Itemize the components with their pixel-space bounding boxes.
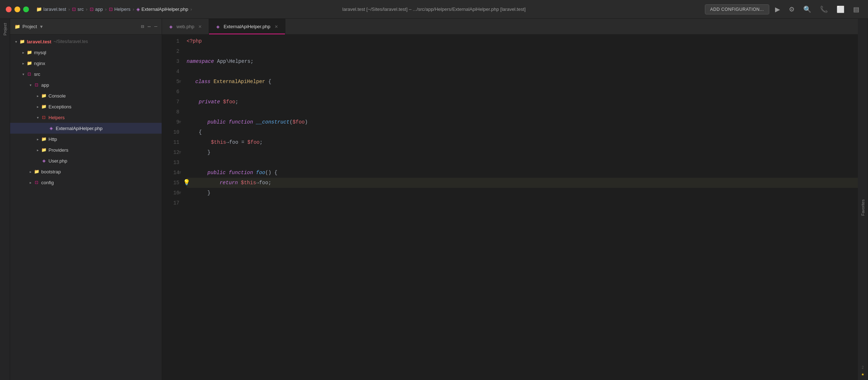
- line-numbers: 1 2 3 4 5 6 7 8 9 10 11 12 13 14 15 16 1…: [162, 36, 184, 380]
- collapse-icon[interactable]: ⊟: [141, 23, 144, 30]
- module-icon: ⊡: [72, 7, 76, 12]
- star-icon[interactable]: ★: [861, 371, 864, 377]
- side-number-1: 1: [4, 22, 6, 26]
- tree-label-console: Console: [48, 93, 66, 99]
- toolbar-right: ADD CONFIGURATION... ▶ ⚙ 🔍 📞 ⬜ ▤: [705, 4, 862, 15]
- code-line-5: ▽ class ExternalApiHelper {: [187, 77, 858, 87]
- php-file-icon: ◈: [136, 7, 140, 12]
- chevron-down-icon: ▾: [20, 71, 26, 77]
- folder-icon: 📁: [41, 92, 47, 99]
- module-icon: ⊡: [33, 82, 40, 88]
- tree-item-app[interactable]: ▾ ⊡ app: [10, 79, 162, 90]
- tree-item-external-api-helper[interactable]: ▸ ◈ ExternalApiHelper.php: [10, 123, 162, 134]
- tree-label-providers: Providers: [48, 147, 68, 153]
- php-file-icon: ◈: [215, 24, 221, 30]
- panel-actions: ⊟ ⋯ —: [141, 23, 157, 30]
- breadcrumb-src[interactable]: ⊡ src: [72, 7, 84, 12]
- tree-item-exceptions[interactable]: ▸ 📁 Exceptions: [10, 101, 162, 112]
- code-line-10: {: [187, 127, 858, 137]
- window-button[interactable]: ⬜: [834, 4, 847, 15]
- tab-web-php[interactable]: ◈ web.php ✕: [162, 19, 209, 34]
- dropdown-arrow-icon: ▼: [39, 24, 43, 29]
- tree-item-mysql[interactable]: ▸ 📁 mysql: [10, 47, 162, 58]
- tabs-bar: ◈ web.php ✕ ◈ ExternalApiHelper.php ✕: [162, 19, 858, 35]
- tree-label-user-php: User.php: [48, 158, 67, 164]
- lightbulb-icon[interactable]: 💡: [183, 178, 190, 188]
- search-button[interactable]: 🔍: [800, 4, 814, 15]
- close-tab-external-api-helper[interactable]: ✕: [273, 24, 279, 30]
- fold-icon[interactable]: ▽: [179, 77, 181, 87]
- chevron-right-icon: ▸: [20, 60, 26, 66]
- folder-icon: 📁: [33, 168, 40, 175]
- layout-button[interactable]: ▤: [850, 4, 862, 15]
- chevron-right-icon: ▸: [20, 49, 26, 55]
- maximize-button[interactable]: [23, 7, 29, 12]
- settings-button[interactable]: ⚙: [786, 4, 797, 15]
- tree-item-config[interactable]: ▸ ⊡ config: [10, 177, 162, 188]
- folder-icon: 📁: [14, 24, 20, 29]
- fold-icon[interactable]: ▽: [179, 188, 181, 198]
- fold-icon[interactable]: ▽: [179, 117, 181, 127]
- tree-label-nginx: nginx: [34, 61, 45, 66]
- tree-label-config: config: [41, 180, 54, 185]
- phone-button[interactable]: 📞: [817, 4, 831, 15]
- title-bar-left: 📁 laravel.test › ⊡ src › ⊡ app › ⊡ Helpe…: [6, 7, 192, 12]
- fold-icon[interactable]: ▽: [179, 147, 181, 157]
- panel-title: 📁 Project ▼: [14, 24, 43, 29]
- minimize-button[interactable]: [14, 7, 20, 12]
- tree-item-helpers[interactable]: ▾ ⊡ Helpers: [10, 112, 162, 123]
- code-line-11: $this → foo = $foo ;: [187, 137, 858, 147]
- run-button[interactable]: ▶: [772, 4, 783, 15]
- add-configuration-button[interactable]: ADD CONFIGURATION...: [705, 4, 769, 14]
- folder-icon: 📁: [36, 7, 42, 12]
- tree-item-bootstrap[interactable]: ▸ 📁 bootstrap: [10, 166, 162, 177]
- chevron-right-icon: ▸: [35, 147, 41, 153]
- title-bar: 📁 laravel.test › ⊡ src › ⊡ app › ⊡ Helpe…: [0, 0, 868, 19]
- chevron-down-icon: ▾: [13, 39, 19, 44]
- editor-area: ◈ web.php ✕ ◈ ExternalApiHelper.php ✕ 1 …: [162, 19, 858, 380]
- chevron-right-icon: ▸: [27, 169, 33, 174]
- fav-number-2: 2: [862, 366, 864, 370]
- breadcrumb-file[interactable]: ◈ ExternalApiHelper.php: [136, 7, 188, 12]
- code-line-6: [187, 87, 858, 97]
- tree-item-src[interactable]: ▾ ⊡ src: [10, 69, 162, 79]
- code-line-17: [187, 198, 858, 208]
- breadcrumb-root[interactable]: 📁 laravel.test: [36, 7, 66, 12]
- panel-header: 📁 Project ▼ ⊟ ⋯ —: [10, 19, 162, 35]
- breadcrumb-app[interactable]: ⊡ app: [90, 7, 103, 12]
- code-text: <?php namespace App\Helpers; ▽ class Ext…: [184, 36, 858, 380]
- breadcrumb-helpers[interactable]: ⊡ Helpers: [109, 7, 131, 12]
- close-button[interactable]: [6, 7, 12, 12]
- chevron-down-icon: ▾: [35, 115, 41, 120]
- tree-label-http: Http: [48, 137, 57, 142]
- code-editor[interactable]: 1 2 3 4 5 6 7 8 9 10 11 12 13 14 15 16 1…: [162, 35, 858, 380]
- more-options-icon[interactable]: ⋯: [148, 23, 150, 30]
- code-line-9: ▽ public function __construct ( $foo ): [187, 117, 858, 127]
- tree-item-nginx[interactable]: ▸ 📁 nginx: [10, 58, 162, 69]
- chevron-down-icon: ▾: [27, 82, 33, 88]
- close-tab-web-php[interactable]: ✕: [197, 24, 203, 30]
- code-line-8: [187, 107, 858, 117]
- fold-icon[interactable]: ▽: [179, 168, 181, 178]
- tree-item-console[interactable]: ▸ 📁 Console: [10, 90, 162, 101]
- tree-item-user-php[interactable]: ▸ ◈ User.php: [10, 155, 162, 166]
- chevron-right-icon: ▸: [35, 104, 41, 109]
- tree-label-external-api-helper: ExternalApiHelper.php: [56, 126, 102, 131]
- tree-item-http[interactable]: ▸ 📁 Http: [10, 134, 162, 144]
- code-line-1: <?php: [187, 36, 858, 46]
- chevron-right-icon: ▸: [27, 180, 33, 185]
- module-icon: ⊡: [90, 7, 94, 12]
- tree-item-root[interactable]: ▾ 📁 laravel.test ~/Sites/laravel.tes: [10, 36, 162, 47]
- window-title: laravel.test [~/Sites/laravel.test] – ..…: [342, 7, 526, 12]
- tree-item-providers[interactable]: ▸ 📁 Providers: [10, 144, 162, 155]
- php-file-icon: ◈: [41, 157, 47, 164]
- php-file-icon: ◈: [168, 24, 174, 30]
- tab-external-api-helper[interactable]: ◈ ExternalApiHelper.php ✕: [209, 19, 285, 34]
- tree-label-app: app: [41, 82, 49, 88]
- tree-label-src: src: [34, 72, 40, 77]
- folder-icon: 📁: [41, 136, 47, 142]
- minimize-panel-icon[interactable]: —: [154, 23, 157, 30]
- code-line-7: private $foo ;: [187, 97, 858, 107]
- project-panel-tab[interactable]: Project 1 1: [0, 19, 10, 380]
- folder-icon: 📁: [26, 49, 33, 56]
